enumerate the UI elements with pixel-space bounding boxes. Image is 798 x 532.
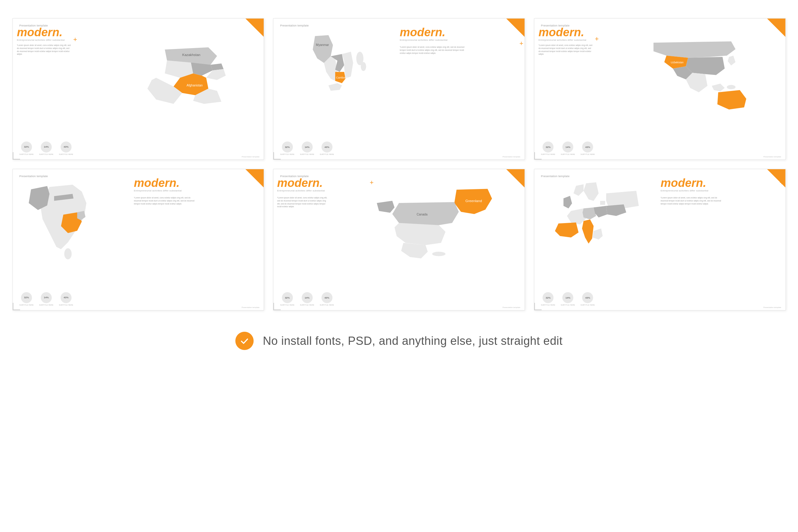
map-area-2: Myanmar Cambodia bbox=[276, 27, 389, 126]
slides-grid: Presentation template Kazakhstan bbox=[13, 18, 786, 310]
map-area-4 bbox=[15, 178, 120, 279]
stat-2: 14% SUBTITLE HERE bbox=[300, 141, 314, 155]
svg-point-7 bbox=[727, 85, 735, 89]
map-area-3: Uzbekistan bbox=[645, 26, 783, 132]
stat-3: 43% SUBTITLE HERE bbox=[320, 292, 334, 306]
map-area-5: Greenland Canada bbox=[372, 177, 523, 287]
plus-decoration: + bbox=[73, 36, 77, 43]
stats-row: 32% SUBTITLE HERE 14% SUBTITLE HERE 43% … bbox=[19, 139, 257, 155]
corner-bottom-left bbox=[13, 152, 20, 159]
svg-text:Myanmar: Myanmar bbox=[316, 43, 329, 46]
plus-decoration: + bbox=[595, 35, 599, 43]
stats-row: 32% SUBTITLE HERE 14% SUBTITLE HERE 43% … bbox=[541, 290, 779, 306]
svg-text:Greenland: Greenland bbox=[465, 199, 482, 203]
svg-text:Afghanistan: Afghanistan bbox=[187, 84, 203, 87]
stat-1: 32% SUBTITLE HERE bbox=[541, 141, 555, 155]
slide-footer: Presentation template bbox=[502, 306, 520, 308]
slide-footer: Presentation template bbox=[763, 306, 781, 308]
stat-2: 14% SUBTITLE HERE bbox=[39, 292, 54, 306]
bottom-text: No install fonts, PSD, and anything else… bbox=[263, 335, 563, 347]
corner-bottom-left bbox=[534, 152, 542, 159]
check-badge bbox=[235, 332, 254, 350]
slide-footer: Presentation template bbox=[242, 306, 259, 308]
stats-row: 32% SUBTITLE HERE 14% SUBTITLE HERE 43% … bbox=[19, 290, 257, 306]
svg-point-11 bbox=[432, 252, 445, 256]
stat-1: 32% SUBTITLE HERE bbox=[541, 292, 555, 306]
svg-text:Cambodia: Cambodia bbox=[336, 76, 348, 79]
corner-bottom-left bbox=[273, 152, 281, 159]
stat-circle-1: 32% bbox=[21, 141, 32, 152]
stat-1: 32% SUBTITLE HERE bbox=[19, 292, 34, 306]
svg-text:Kazakhstan: Kazakhstan bbox=[182, 53, 201, 57]
content-left: modern. Entrepreneurial activities diffe… bbox=[539, 26, 652, 56]
svg-point-8 bbox=[64, 248, 72, 259]
slide-4: Presentation template bbox=[13, 169, 264, 310]
corner-bottom-left bbox=[13, 303, 20, 310]
content-left: modern. Entrepreneurial activities diffe… bbox=[17, 26, 130, 56]
svg-text:Canada: Canada bbox=[417, 213, 428, 216]
content-right: modern. Entrepreneurial activities diffe… bbox=[134, 177, 259, 205]
stat-3: 43% SUBTITLE HERE bbox=[581, 292, 595, 306]
svg-point-5 bbox=[361, 62, 366, 71]
slide-title: modern. bbox=[400, 26, 520, 38]
stat-3: 43% SUBTITLE HERE bbox=[581, 141, 595, 155]
stat-circle-3: 43% bbox=[61, 141, 72, 152]
stat-circle-2: 14% bbox=[41, 141, 52, 152]
corner-bottom-left bbox=[534, 303, 542, 310]
slide-title: modern. bbox=[134, 177, 259, 189]
slide-title: modern. bbox=[661, 177, 781, 189]
stat-2: 14% SUBTITLE HERE bbox=[561, 292, 575, 306]
lorem-text: *Lorem ipsum dolor sit amet, cons ectetu… bbox=[661, 196, 725, 205]
slide-footer: Presentation template bbox=[502, 156, 520, 158]
map-area-6 bbox=[536, 178, 656, 279]
content-right: modern. Entrepreneurial activities diffe… bbox=[661, 177, 781, 205]
stat-3: 43% SUBTITLE HERE bbox=[59, 141, 73, 155]
stat-3: 43% SUBTITLE HERE bbox=[59, 292, 73, 306]
lorem-text: *Lorem ipsum dolor sit amet, cons ectetu… bbox=[400, 46, 467, 55]
slide-2: Presentation template Myanmar Cambodia bbox=[273, 18, 525, 160]
lorem-text: *Lorem ipsum dolor sit amet, cons ectetu… bbox=[277, 196, 329, 208]
slide-6: Presentation template bbox=[534, 169, 786, 310]
lorem-text: *Lorem ipsum dolor sit amet, cons ectetu… bbox=[539, 44, 593, 56]
slide-subtitle: Entrepreneurial activities differ substa… bbox=[134, 189, 259, 192]
slide-subtitle: Entrepreneurial activities differ substa… bbox=[277, 189, 368, 192]
stat-1: 32% SUBTITLE HERE bbox=[280, 292, 294, 306]
stat-label-1: SUBTITLE HERE bbox=[19, 153, 34, 155]
svg-rect-12 bbox=[600, 201, 605, 205]
slide-5: Presentation template Greenland Canada bbox=[273, 169, 525, 310]
slide-footer: Presentation template bbox=[242, 156, 259, 158]
plus-decoration: + bbox=[370, 179, 374, 187]
plus-decoration: + bbox=[519, 40, 523, 48]
content-right: modern. Entrepreneurial activities diffe… bbox=[400, 26, 520, 55]
bottom-bar: No install fonts, PSD, and anything else… bbox=[13, 326, 786, 356]
stats-row: 32% SUBTITLE HERE 14% SUBTITLE HERE 43% … bbox=[280, 139, 518, 155]
stat-2: 14% SUBTITLE HERE bbox=[561, 141, 575, 155]
stat-label-2: SUBTITLE HERE bbox=[39, 153, 54, 155]
slide-title: modern. bbox=[277, 177, 368, 189]
lorem-text: *Lorem ipsum dolor sit amet, cons ectetu… bbox=[134, 196, 198, 205]
stat-2: 14% SUBTITLE HERE bbox=[39, 141, 54, 155]
stat-label-3: SUBTITLE HERE bbox=[59, 153, 73, 155]
slide-1: Presentation template Kazakhstan bbox=[13, 18, 264, 160]
stat-1: 32% SUBTITLE HERE bbox=[19, 141, 34, 155]
slide-footer: Presentation template bbox=[763, 156, 781, 158]
slide-3: Presentation template Uzbekistan bbox=[534, 18, 786, 160]
stat-3: 43% SUBTITLE HERE bbox=[320, 141, 334, 155]
lorem-text: *Lorem ipsum dolor sit amet, cons ectetu… bbox=[17, 44, 72, 56]
stat-2: 14% SUBTITLE HERE bbox=[300, 292, 314, 306]
stat-1: 32% SUBTITLE HERE bbox=[280, 141, 294, 155]
slide-subtitle: Entrepreneurial activities differ substa… bbox=[661, 189, 781, 192]
stats-row: 32% SUBTITLE HERE 14% SUBTITLE HERE 43% … bbox=[280, 290, 518, 306]
slide-subtitle: Entrepreneurial activities differ substa… bbox=[400, 39, 520, 41]
svg-text:Uzbekistan: Uzbekistan bbox=[671, 61, 684, 64]
map-area: Kazakhstan Afghanistan bbox=[130, 28, 261, 124]
content-left: modern. Entrepreneurial activities diffe… bbox=[277, 177, 368, 208]
stats-row: 32% SUBTITLE HERE 14% SUBTITLE HERE 43% … bbox=[541, 139, 779, 155]
corner-bottom-left bbox=[273, 303, 281, 310]
